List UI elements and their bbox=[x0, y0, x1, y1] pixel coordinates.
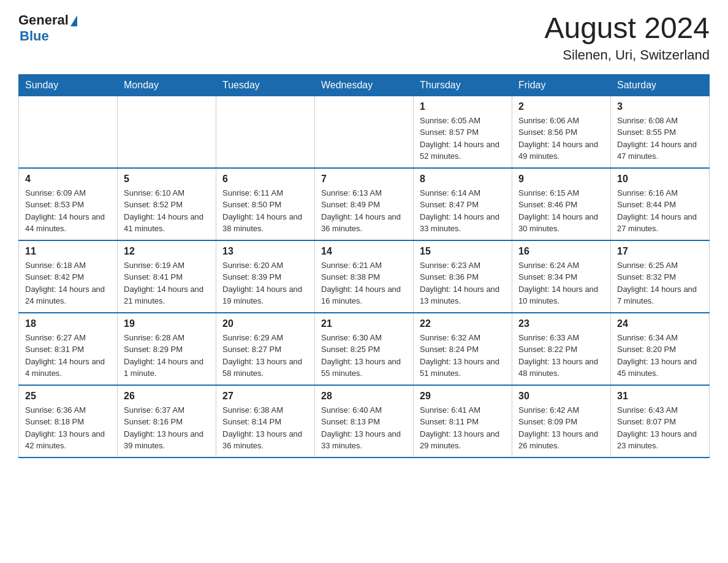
day-number: 31 bbox=[617, 391, 703, 402]
day-info: Sunrise: 6:33 AM Sunset: 8:22 PM Dayligh… bbox=[518, 332, 604, 380]
logo-blue-text: Blue bbox=[20, 28, 49, 44]
calendar-cell: 17Sunrise: 6:25 AM Sunset: 8:32 PM Dayli… bbox=[611, 240, 710, 313]
day-info: Sunrise: 6:24 AM Sunset: 8:34 PM Dayligh… bbox=[518, 259, 604, 307]
day-number: 16 bbox=[518, 246, 604, 257]
day-number: 8 bbox=[420, 174, 506, 185]
calendar-table: SundayMondayTuesdayWednesdayThursdayFrid… bbox=[18, 74, 710, 458]
day-info: Sunrise: 6:13 AM Sunset: 8:49 PM Dayligh… bbox=[321, 187, 407, 235]
calendar-cell bbox=[216, 96, 315, 168]
day-info: Sunrise: 6:11 AM Sunset: 8:50 PM Dayligh… bbox=[222, 187, 308, 235]
day-info: Sunrise: 6:08 AM Sunset: 8:55 PM Dayligh… bbox=[617, 115, 703, 163]
logo: General Blue bbox=[18, 12, 77, 44]
day-info: Sunrise: 6:30 AM Sunset: 8:25 PM Dayligh… bbox=[321, 332, 407, 380]
day-info: Sunrise: 6:28 AM Sunset: 8:29 PM Dayligh… bbox=[124, 332, 210, 380]
calendar-cell: 28Sunrise: 6:40 AM Sunset: 8:13 PM Dayli… bbox=[315, 385, 414, 458]
title-area: August 2024 Silenen, Uri, Switzerland bbox=[544, 12, 710, 63]
day-info: Sunrise: 6:18 AM Sunset: 8:42 PM Dayligh… bbox=[25, 259, 111, 307]
day-number: 4 bbox=[25, 174, 111, 185]
calendar-header-saturday: Saturday bbox=[611, 74, 710, 96]
calendar-cell: 12Sunrise: 6:19 AM Sunset: 8:41 PM Dayli… bbox=[118, 240, 216, 313]
calendar-cell: 24Sunrise: 6:34 AM Sunset: 8:20 PM Dayli… bbox=[611, 313, 710, 385]
calendar-cell bbox=[118, 96, 216, 168]
calendar-cell: 21Sunrise: 6:30 AM Sunset: 8:25 PM Dayli… bbox=[315, 313, 414, 385]
day-number: 2 bbox=[518, 101, 604, 112]
calendar-cell: 27Sunrise: 6:38 AM Sunset: 8:14 PM Dayli… bbox=[216, 385, 315, 458]
day-info: Sunrise: 6:37 AM Sunset: 8:16 PM Dayligh… bbox=[124, 404, 210, 452]
calendar-cell: 3Sunrise: 6:08 AM Sunset: 8:55 PM Daylig… bbox=[611, 96, 710, 168]
calendar-cell: 10Sunrise: 6:16 AM Sunset: 8:44 PM Dayli… bbox=[611, 168, 710, 240]
day-info: Sunrise: 6:09 AM Sunset: 8:53 PM Dayligh… bbox=[25, 187, 111, 235]
calendar-header-wednesday: Wednesday bbox=[315, 74, 414, 96]
day-number: 6 bbox=[222, 174, 308, 185]
day-info: Sunrise: 6:20 AM Sunset: 8:39 PM Dayligh… bbox=[222, 259, 308, 307]
day-info: Sunrise: 6:16 AM Sunset: 8:44 PM Dayligh… bbox=[617, 187, 703, 235]
day-info: Sunrise: 6:29 AM Sunset: 8:27 PM Dayligh… bbox=[222, 332, 308, 380]
day-number: 3 bbox=[617, 101, 703, 112]
day-number: 10 bbox=[617, 174, 703, 185]
calendar-cell: 5Sunrise: 6:10 AM Sunset: 8:52 PM Daylig… bbox=[118, 168, 216, 240]
calendar-cell: 1Sunrise: 6:05 AM Sunset: 8:57 PM Daylig… bbox=[414, 96, 512, 168]
calendar-cell: 8Sunrise: 6:14 AM Sunset: 8:47 PM Daylig… bbox=[414, 168, 512, 240]
calendar-week-row: 18Sunrise: 6:27 AM Sunset: 8:31 PM Dayli… bbox=[19, 313, 710, 385]
day-info: Sunrise: 6:34 AM Sunset: 8:20 PM Dayligh… bbox=[617, 332, 703, 380]
calendar-cell: 30Sunrise: 6:42 AM Sunset: 8:09 PM Dayli… bbox=[512, 385, 611, 458]
calendar-cell: 11Sunrise: 6:18 AM Sunset: 8:42 PM Dayli… bbox=[19, 240, 118, 313]
day-number: 25 bbox=[25, 391, 111, 402]
day-info: Sunrise: 6:05 AM Sunset: 8:57 PM Dayligh… bbox=[420, 115, 506, 163]
calendar-header-friday: Friday bbox=[512, 74, 611, 96]
calendar-cell: 7Sunrise: 6:13 AM Sunset: 8:49 PM Daylig… bbox=[315, 168, 414, 240]
day-info: Sunrise: 6:06 AM Sunset: 8:56 PM Dayligh… bbox=[518, 115, 604, 163]
calendar-cell: 2Sunrise: 6:06 AM Sunset: 8:56 PM Daylig… bbox=[512, 96, 611, 168]
calendar-week-row: 25Sunrise: 6:36 AM Sunset: 8:18 PM Dayli… bbox=[19, 385, 710, 458]
calendar-week-row: 4Sunrise: 6:09 AM Sunset: 8:53 PM Daylig… bbox=[19, 168, 710, 240]
calendar-cell: 4Sunrise: 6:09 AM Sunset: 8:53 PM Daylig… bbox=[19, 168, 118, 240]
day-number: 13 bbox=[222, 246, 308, 257]
calendar-cell: 26Sunrise: 6:37 AM Sunset: 8:16 PM Dayli… bbox=[118, 385, 216, 458]
day-number: 1 bbox=[420, 101, 506, 112]
day-info: Sunrise: 6:36 AM Sunset: 8:18 PM Dayligh… bbox=[25, 404, 111, 452]
day-number: 27 bbox=[222, 391, 308, 402]
calendar-cell bbox=[19, 96, 118, 168]
calendar-cell: 14Sunrise: 6:21 AM Sunset: 8:38 PM Dayli… bbox=[315, 240, 414, 313]
day-info: Sunrise: 6:14 AM Sunset: 8:47 PM Dayligh… bbox=[420, 187, 506, 235]
location-title: Silenen, Uri, Switzerland bbox=[544, 47, 710, 63]
logo-triangle-icon bbox=[70, 15, 77, 26]
calendar-header-tuesday: Tuesday bbox=[216, 74, 315, 96]
day-number: 19 bbox=[124, 318, 210, 329]
calendar-cell: 6Sunrise: 6:11 AM Sunset: 8:50 PM Daylig… bbox=[216, 168, 315, 240]
day-number: 7 bbox=[321, 174, 407, 185]
day-number: 22 bbox=[420, 318, 506, 329]
day-info: Sunrise: 6:41 AM Sunset: 8:11 PM Dayligh… bbox=[420, 404, 506, 452]
day-info: Sunrise: 6:10 AM Sunset: 8:52 PM Dayligh… bbox=[124, 187, 210, 235]
calendar-cell: 13Sunrise: 6:20 AM Sunset: 8:39 PM Dayli… bbox=[216, 240, 315, 313]
month-title: August 2024 bbox=[544, 12, 710, 45]
calendar-cell bbox=[315, 96, 414, 168]
day-info: Sunrise: 6:32 AM Sunset: 8:24 PM Dayligh… bbox=[420, 332, 506, 380]
day-number: 15 bbox=[420, 246, 506, 257]
day-number: 5 bbox=[124, 174, 210, 185]
calendar-cell: 29Sunrise: 6:41 AM Sunset: 8:11 PM Dayli… bbox=[414, 385, 512, 458]
day-number: 11 bbox=[25, 246, 111, 257]
calendar-cell: 20Sunrise: 6:29 AM Sunset: 8:27 PM Dayli… bbox=[216, 313, 315, 385]
calendar-cell: 23Sunrise: 6:33 AM Sunset: 8:22 PM Dayli… bbox=[512, 313, 611, 385]
day-info: Sunrise: 6:38 AM Sunset: 8:14 PM Dayligh… bbox=[222, 404, 308, 452]
calendar-cell: 16Sunrise: 6:24 AM Sunset: 8:34 PM Dayli… bbox=[512, 240, 611, 313]
calendar-cell: 9Sunrise: 6:15 AM Sunset: 8:46 PM Daylig… bbox=[512, 168, 611, 240]
calendar-cell: 31Sunrise: 6:43 AM Sunset: 8:07 PM Dayli… bbox=[611, 385, 710, 458]
day-number: 12 bbox=[124, 246, 210, 257]
day-info: Sunrise: 6:42 AM Sunset: 8:09 PM Dayligh… bbox=[518, 404, 604, 452]
header: General Blue August 2024 Silenen, Uri, S… bbox=[18, 12, 710, 63]
calendar-header-sunday: Sunday bbox=[19, 74, 118, 96]
day-number: 18 bbox=[25, 318, 111, 329]
day-info: Sunrise: 6:19 AM Sunset: 8:41 PM Dayligh… bbox=[124, 259, 210, 307]
day-number: 29 bbox=[420, 391, 506, 402]
day-info: Sunrise: 6:27 AM Sunset: 8:31 PM Dayligh… bbox=[25, 332, 111, 380]
day-number: 24 bbox=[617, 318, 703, 329]
day-info: Sunrise: 6:43 AM Sunset: 8:07 PM Dayligh… bbox=[617, 404, 703, 452]
calendar-header-monday: Monday bbox=[118, 74, 216, 96]
day-number: 9 bbox=[518, 174, 604, 185]
day-info: Sunrise: 6:21 AM Sunset: 8:38 PM Dayligh… bbox=[321, 259, 407, 307]
day-info: Sunrise: 6:40 AM Sunset: 8:13 PM Dayligh… bbox=[321, 404, 407, 452]
day-info: Sunrise: 6:15 AM Sunset: 8:46 PM Dayligh… bbox=[518, 187, 604, 235]
calendar-header-thursday: Thursday bbox=[414, 74, 512, 96]
